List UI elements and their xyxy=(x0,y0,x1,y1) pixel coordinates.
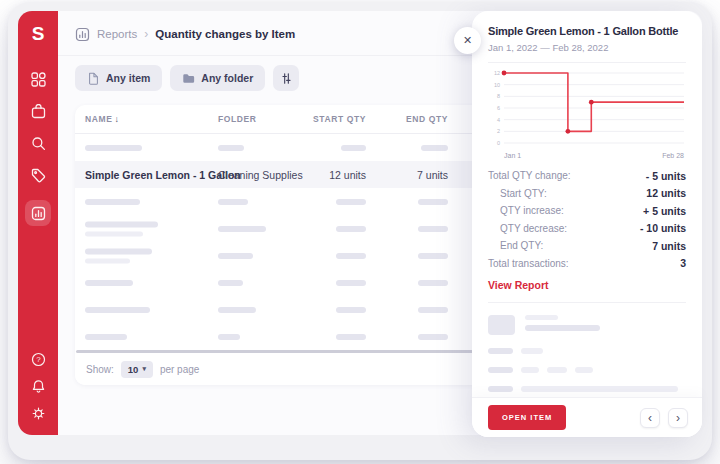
stat-label: Total QTY change: xyxy=(488,170,571,181)
sliders-icon xyxy=(280,72,293,85)
app-window: S xyxy=(18,11,702,447)
table-row-skeleton[interactable] xyxy=(75,134,487,161)
panel-date-range: Jan 1, 2022 — Feb 28, 2022 xyxy=(488,42,686,53)
bell-icon[interactable] xyxy=(31,379,46,394)
search-icon[interactable] xyxy=(31,136,46,151)
any-folder-filter-button[interactable]: Any folder xyxy=(170,65,265,91)
gear-icon[interactable] xyxy=(31,406,46,421)
table-header: NAME↓ FOLDER START QTY END QTY xyxy=(75,105,487,134)
tags-icon[interactable] xyxy=(31,168,46,183)
row-folder: Cleaning Supplies xyxy=(218,169,308,181)
quantity-step-chart: 024681012Jan 1Feb 28 xyxy=(488,67,686,163)
pagination-bar: Show: 10 ▾ per page xyxy=(75,353,487,385)
sidebar: S xyxy=(18,11,58,435)
svg-text:4: 4 xyxy=(497,117,500,123)
svg-text:Jan 1: Jan 1 xyxy=(504,152,521,159)
stat-row: Total transactions:3 xyxy=(488,255,686,273)
device-frame: S xyxy=(8,2,712,460)
brand-logo[interactable]: S xyxy=(32,24,45,44)
detail-skeleton-row xyxy=(488,348,686,354)
panel-divider xyxy=(488,62,686,63)
panel-footer: OPEN ITEM ‹ › xyxy=(472,397,702,437)
svg-text:Feb 28: Feb 28 xyxy=(662,152,684,159)
file-icon xyxy=(87,72,100,85)
stat-value: - 10 units xyxy=(640,222,686,234)
item-thumbnail-skeleton xyxy=(488,315,515,335)
reports-icon-active[interactable] xyxy=(25,200,51,226)
row-end-qty: 7 units xyxy=(378,169,448,181)
any-item-filter-button[interactable]: Any item xyxy=(75,65,162,91)
column-header-end-qty[interactable]: END QTY xyxy=(378,114,448,124)
svg-text:?: ? xyxy=(36,355,41,364)
detail-skeleton-row xyxy=(488,367,686,373)
page-title: Quantity changes by Item xyxy=(155,28,295,40)
stat-row: End QTY:7 units xyxy=(488,237,686,255)
show-label: Show: xyxy=(86,364,114,375)
panel-divider xyxy=(488,302,686,303)
column-header-name[interactable]: NAME↓ xyxy=(85,114,215,124)
report-icon xyxy=(75,27,90,42)
filter-settings-button[interactable] xyxy=(273,65,299,91)
stat-label: Start QTY: xyxy=(500,188,547,199)
sidebar-nav xyxy=(25,72,51,226)
page-size-dropdown[interactable]: 10 ▾ xyxy=(121,361,153,378)
stat-value: 12 units xyxy=(646,187,686,199)
view-report-link[interactable]: View Report xyxy=(488,279,549,291)
filter-bar: Any item Any folder xyxy=(75,65,299,91)
stat-value: 7 units xyxy=(652,240,686,252)
dashboard-icon[interactable] xyxy=(31,72,46,87)
breadcrumb-separator: › xyxy=(144,27,148,41)
next-item-button[interactable]: › xyxy=(668,408,688,428)
help-icon[interactable]: ? xyxy=(31,352,46,367)
stat-value: 3 xyxy=(680,257,686,269)
table-row-skeleton[interactable] xyxy=(75,269,487,296)
page-size-value: 10 xyxy=(128,364,139,375)
per-page-label: per page xyxy=(160,364,199,375)
breadcrumb-reports-link[interactable]: Reports xyxy=(97,28,137,40)
table-row-skeleton[interactable] xyxy=(75,296,487,323)
sidebar-footer: ? xyxy=(31,352,46,421)
chevron-down-icon: ▾ xyxy=(142,365,146,373)
table-row-skeleton[interactable] xyxy=(75,215,487,242)
table-row-skeleton[interactable] xyxy=(75,242,487,269)
table-row-skeleton[interactable] xyxy=(75,323,487,350)
stat-label: QTY decrease: xyxy=(500,223,567,234)
folder-icon xyxy=(182,72,195,85)
breadcrumb: Reports › Quantity changes by Item xyxy=(75,25,295,43)
svg-text:10: 10 xyxy=(494,82,500,88)
svg-text:0: 0 xyxy=(497,140,500,146)
sort-desc-icon: ↓ xyxy=(114,114,119,124)
table-row-selected[interactable]: Simple Green Lemon - 1 Gallon Cleaning S… xyxy=(75,161,487,188)
chart-svg: 024681012Jan 1Feb 28 xyxy=(488,67,686,163)
stat-row: QTY increase:+ 5 units xyxy=(488,202,686,220)
panel-stats: Total QTY change:- 5 unitsStart QTY:12 u… xyxy=(488,167,686,272)
table-row-skeleton[interactable] xyxy=(75,188,487,215)
open-item-button[interactable]: OPEN ITEM xyxy=(488,405,566,430)
stat-label: End QTY: xyxy=(500,240,543,251)
item-detail-panel: Simple Green Lemon - 1 Gallon Bottle Jan… xyxy=(472,11,702,437)
stat-row: Start QTY:12 units xyxy=(488,185,686,203)
any-folder-label: Any folder xyxy=(201,72,253,84)
stat-row: QTY decrease:- 10 units xyxy=(488,220,686,238)
column-header-start-qty[interactable]: START QTY xyxy=(300,114,366,124)
stat-label: Total transactions: xyxy=(488,258,569,269)
svg-text:6: 6 xyxy=(497,105,500,111)
report-table: NAME↓ FOLDER START QTY END QTY Simple Gr… xyxy=(75,105,487,385)
item-preview-skeleton xyxy=(488,315,686,335)
detail-skeleton-row xyxy=(488,386,686,392)
any-item-label: Any item xyxy=(106,72,150,84)
close-panel-button[interactable]: ✕ xyxy=(454,27,481,54)
svg-text:8: 8 xyxy=(497,93,500,99)
stat-label: QTY increase: xyxy=(500,205,564,216)
row-start-qty: 12 units xyxy=(300,169,366,181)
item-pager: ‹ › xyxy=(640,408,688,428)
stat-row: Total QTY change:- 5 units xyxy=(488,167,686,185)
previous-item-button[interactable]: ‹ xyxy=(640,408,660,428)
items-icon[interactable] xyxy=(31,104,46,119)
row-name: Simple Green Lemon - 1 Gallon xyxy=(85,169,215,181)
column-header-folder[interactable]: FOLDER xyxy=(218,114,308,124)
stat-value: + 5 units xyxy=(643,205,686,217)
panel-title: Simple Green Lemon - 1 Gallon Bottle xyxy=(488,25,686,37)
stat-value: - 5 units xyxy=(646,170,686,182)
svg-text:12: 12 xyxy=(494,70,500,76)
